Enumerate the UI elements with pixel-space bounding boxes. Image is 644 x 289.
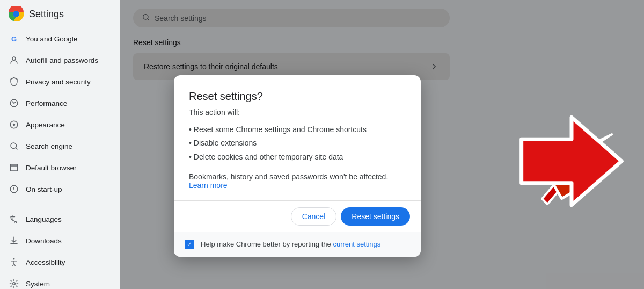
dialog-title: Reset settings? bbox=[189, 90, 406, 103]
dialog-list: • Reset some Chrome settings and Chrome … bbox=[189, 123, 406, 164]
svg-point-6 bbox=[13, 124, 16, 126]
svg-rect-8 bbox=[10, 164, 18, 171]
app-title: Settings bbox=[29, 9, 64, 20]
svg-point-7 bbox=[11, 143, 17, 149]
reset-settings-button[interactable]: Reset settings bbox=[341, 207, 410, 226]
privacy-icon bbox=[9, 76, 19, 87]
sidebar-label-downloads: Downloads bbox=[26, 237, 62, 245]
sidebar-item-privacy[interactable]: Privacy and security bbox=[0, 71, 115, 92]
sidebar-item-languages[interactable]: Languages bbox=[0, 208, 115, 230]
languages-icon bbox=[9, 214, 19, 225]
search-engine-icon bbox=[9, 141, 19, 151]
dialog-list-item-3: • Delete cookies and other temporary sit… bbox=[189, 150, 406, 164]
autofill-icon bbox=[9, 55, 19, 66]
default-browser-icon bbox=[9, 162, 19, 173]
sidebar-label-languages: Languages bbox=[26, 215, 62, 223]
reset-dialog: Reset settings? This action will: • Rese… bbox=[174, 75, 421, 257]
sidebar-label-accessibility: Accessibility bbox=[26, 258, 65, 266]
dialog-list-item-1: • Reset some Chrome settings and Chrome … bbox=[189, 123, 406, 136]
cancel-button[interactable]: Cancel bbox=[291, 207, 337, 226]
help-chrome-label: Help make Chrome better by reporting the… bbox=[201, 240, 380, 248]
learn-more-link[interactable]: Learn more bbox=[189, 181, 228, 190]
sidebar-label-performance: Performance bbox=[26, 99, 67, 107]
sidebar-item-you-and-google[interactable]: G You and Google bbox=[0, 28, 115, 49]
sidebar-item-autofill[interactable]: Autofill and passwords bbox=[0, 49, 115, 71]
dialog-list-item-2: • Disable extensions bbox=[189, 136, 406, 150]
svg-point-3 bbox=[12, 57, 16, 60]
sidebar-label-you-and-google: You and Google bbox=[26, 35, 77, 43]
help-chrome-row: Help make Chrome better by reporting the… bbox=[174, 232, 421, 257]
sidebar-item-accessibility[interactable]: Accessibility bbox=[0, 251, 115, 273]
svg-point-2 bbox=[14, 12, 19, 17]
sidebar-item-default-browser[interactable]: Default browser bbox=[0, 157, 115, 178]
current-settings-link[interactable]: current settings bbox=[333, 240, 380, 248]
dialog-subtitle: This action will: bbox=[189, 108, 406, 117]
sidebar-item-system[interactable]: System bbox=[0, 273, 115, 289]
sidebar: Settings G You and Google Autofill and p… bbox=[0, 0, 120, 289]
performance-icon bbox=[9, 98, 19, 109]
main-content: Search settings Reset settings Restore s… bbox=[120, 0, 644, 289]
checkbox-text: Help make Chrome better by reporting the bbox=[201, 240, 331, 248]
sidebar-item-performance[interactable]: Performance bbox=[0, 92, 115, 114]
sidebar-label-default-browser: Default browser bbox=[26, 164, 77, 172]
sidebar-item-search-engine[interactable]: Search engine bbox=[0, 135, 115, 157]
on-startup-icon bbox=[9, 184, 19, 194]
chrome-logo-icon bbox=[9, 6, 24, 21]
you-and-google-icon: G bbox=[9, 33, 19, 44]
sidebar-label-system: System bbox=[26, 280, 50, 288]
sidebar-item-appearance[interactable]: Appearance bbox=[0, 114, 115, 135]
svg-point-10 bbox=[13, 258, 15, 260]
dialog-overlay: Reset settings? This action will: • Rese… bbox=[120, 0, 644, 289]
sidebar-label-autofill: Autofill and passwords bbox=[26, 56, 98, 64]
sidebar-item-downloads[interactable]: Downloads bbox=[0, 230, 115, 251]
system-icon bbox=[9, 278, 19, 289]
sidebar-label-appearance: Appearance bbox=[26, 121, 65, 129]
appearance-icon bbox=[9, 119, 19, 130]
dialog-note-text: Bookmarks, history and saved passwords w… bbox=[189, 172, 388, 181]
sidebar-item-on-startup[interactable]: On start-up bbox=[0, 178, 115, 200]
sidebar-header: Settings bbox=[0, 0, 120, 28]
svg-point-11 bbox=[13, 283, 16, 285]
dialog-note: Bookmarks, history and saved passwords w… bbox=[189, 172, 406, 190]
downloads-icon bbox=[9, 235, 19, 246]
help-chrome-checkbox[interactable] bbox=[185, 240, 194, 249]
sidebar-label-on-startup: On start-up bbox=[26, 185, 62, 193]
sidebar-label-search-engine: Search engine bbox=[26, 142, 72, 150]
sidebar-label-privacy: Privacy and security bbox=[26, 78, 91, 86]
accessibility-icon bbox=[9, 257, 19, 268]
dialog-footer: Cancel Reset settings bbox=[174, 200, 421, 226]
